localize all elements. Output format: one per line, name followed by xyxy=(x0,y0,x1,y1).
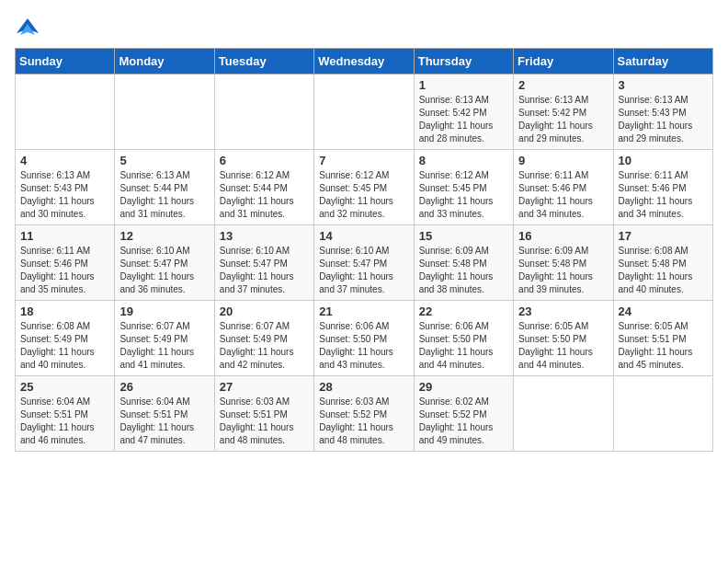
day-detail: Sunrise: 6:03 AM Sunset: 5:51 PM Dayligh… xyxy=(220,396,309,447)
calendar-cell: 2Sunrise: 6:13 AM Sunset: 5:42 PM Daylig… xyxy=(514,75,613,150)
day-detail: Sunrise: 6:02 AM Sunset: 5:52 PM Dayligh… xyxy=(419,396,508,447)
day-detail: Sunrise: 6:11 AM Sunset: 5:46 PM Dayligh… xyxy=(619,169,708,221)
calendar-cell xyxy=(514,376,613,452)
day-detail: Sunrise: 6:12 AM Sunset: 5:45 PM Dayligh… xyxy=(419,169,508,221)
calendar-cell: 7Sunrise: 6:12 AM Sunset: 5:45 PM Daylig… xyxy=(314,150,414,225)
day-detail: Sunrise: 6:12 AM Sunset: 5:45 PM Dayligh… xyxy=(319,169,408,221)
calendar-cell: 6Sunrise: 6:12 AM Sunset: 5:44 PM Daylig… xyxy=(214,150,313,225)
calendar: SundayMondayTuesdayWednesdayThursdayFrid… xyxy=(15,48,713,452)
day-detail: Sunrise: 6:10 AM Sunset: 5:47 PM Dayligh… xyxy=(220,245,309,296)
calendar-cell: 11Sunrise: 6:11 AM Sunset: 5:46 PM Dayli… xyxy=(16,225,115,301)
day-number: 10 xyxy=(619,154,708,167)
calendar-week-row: 1Sunrise: 6:13 AM Sunset: 5:42 PM Daylig… xyxy=(16,75,713,150)
calendar-week-row: 18Sunrise: 6:08 AM Sunset: 5:49 PM Dayli… xyxy=(16,301,713,376)
day-detail: Sunrise: 6:05 AM Sunset: 5:50 PM Dayligh… xyxy=(518,320,608,372)
calendar-cell xyxy=(314,75,414,150)
calendar-cell: 24Sunrise: 6:05 AM Sunset: 5:51 PM Dayli… xyxy=(613,301,712,376)
calendar-cell: 4Sunrise: 6:13 AM Sunset: 5:43 PM Daylig… xyxy=(16,150,115,225)
calendar-cell: 12Sunrise: 6:10 AM Sunset: 5:47 PM Dayli… xyxy=(115,225,214,301)
day-number: 12 xyxy=(119,229,209,243)
calendar-cell: 16Sunrise: 6:09 AM Sunset: 5:48 PM Dayli… xyxy=(514,225,613,301)
calendar-cell xyxy=(115,75,214,150)
day-detail: Sunrise: 6:08 AM Sunset: 5:49 PM Dayligh… xyxy=(20,320,109,372)
day-detail: Sunrise: 6:13 AM Sunset: 5:43 PM Dayligh… xyxy=(20,169,109,221)
day-number: 1 xyxy=(419,78,508,92)
day-detail: Sunrise: 6:04 AM Sunset: 5:51 PM Dayligh… xyxy=(119,396,209,447)
day-number: 17 xyxy=(619,229,708,243)
logo xyxy=(15,15,44,40)
day-number: 11 xyxy=(20,229,109,243)
weekday-header: Tuesday xyxy=(214,49,313,75)
day-detail: Sunrise: 6:06 AM Sunset: 5:50 PM Dayligh… xyxy=(319,320,408,372)
day-detail: Sunrise: 6:11 AM Sunset: 5:46 PM Dayligh… xyxy=(20,245,109,296)
page-header xyxy=(15,15,713,40)
day-detail: Sunrise: 6:13 AM Sunset: 5:42 PM Dayligh… xyxy=(518,94,608,145)
calendar-cell: 9Sunrise: 6:11 AM Sunset: 5:46 PM Daylig… xyxy=(514,150,613,225)
calendar-cell: 1Sunrise: 6:13 AM Sunset: 5:42 PM Daylig… xyxy=(414,75,513,150)
calendar-cell xyxy=(613,376,712,452)
calendar-cell: 14Sunrise: 6:10 AM Sunset: 5:47 PM Dayli… xyxy=(314,225,414,301)
day-number: 14 xyxy=(319,229,408,243)
day-detail: Sunrise: 6:10 AM Sunset: 5:47 PM Dayligh… xyxy=(319,245,408,296)
weekday-header: Friday xyxy=(514,49,613,75)
day-number: 13 xyxy=(220,229,309,243)
day-detail: Sunrise: 6:12 AM Sunset: 5:44 PM Dayligh… xyxy=(220,169,309,221)
weekday-header: Sunday xyxy=(16,49,115,75)
day-detail: Sunrise: 6:11 AM Sunset: 5:46 PM Dayligh… xyxy=(518,169,608,221)
calendar-cell: 15Sunrise: 6:09 AM Sunset: 5:48 PM Dayli… xyxy=(414,225,513,301)
day-number: 7 xyxy=(319,154,408,167)
day-number: 3 xyxy=(619,78,708,92)
day-number: 16 xyxy=(518,229,608,243)
day-detail: Sunrise: 6:09 AM Sunset: 5:48 PM Dayligh… xyxy=(518,245,608,296)
calendar-cell: 17Sunrise: 6:08 AM Sunset: 5:48 PM Dayli… xyxy=(613,225,712,301)
day-number: 9 xyxy=(518,154,608,167)
day-number: 21 xyxy=(319,304,408,318)
day-number: 19 xyxy=(119,304,209,318)
day-detail: Sunrise: 6:08 AM Sunset: 5:48 PM Dayligh… xyxy=(619,245,708,296)
day-detail: Sunrise: 6:05 AM Sunset: 5:51 PM Dayligh… xyxy=(619,320,708,372)
day-detail: Sunrise: 6:10 AM Sunset: 5:47 PM Dayligh… xyxy=(119,245,209,296)
calendar-cell: 8Sunrise: 6:12 AM Sunset: 5:45 PM Daylig… xyxy=(414,150,513,225)
day-detail: Sunrise: 6:07 AM Sunset: 5:49 PM Dayligh… xyxy=(119,320,209,372)
weekday-header: Monday xyxy=(115,49,214,75)
day-detail: Sunrise: 6:09 AM Sunset: 5:48 PM Dayligh… xyxy=(419,245,508,296)
weekday-header: Wednesday xyxy=(314,49,414,75)
day-number: 2 xyxy=(518,78,608,92)
day-detail: Sunrise: 6:13 AM Sunset: 5:43 PM Dayligh… xyxy=(619,94,708,145)
day-number: 15 xyxy=(419,229,508,243)
logo-icon xyxy=(15,15,40,40)
day-detail: Sunrise: 6:06 AM Sunset: 5:50 PM Dayligh… xyxy=(419,320,508,372)
day-number: 6 xyxy=(220,154,309,167)
day-detail: Sunrise: 6:03 AM Sunset: 5:52 PM Dayligh… xyxy=(319,396,408,447)
day-detail: Sunrise: 6:13 AM Sunset: 5:42 PM Dayligh… xyxy=(419,94,508,145)
day-number: 5 xyxy=(119,154,209,167)
day-number: 27 xyxy=(220,380,309,394)
day-number: 23 xyxy=(518,304,608,318)
calendar-cell: 20Sunrise: 6:07 AM Sunset: 5:49 PM Dayli… xyxy=(214,301,313,376)
calendar-cell: 27Sunrise: 6:03 AM Sunset: 5:51 PM Dayli… xyxy=(214,376,313,452)
day-detail: Sunrise: 6:13 AM Sunset: 5:44 PM Dayligh… xyxy=(119,169,209,221)
calendar-cell: 5Sunrise: 6:13 AM Sunset: 5:44 PM Daylig… xyxy=(115,150,214,225)
calendar-cell: 21Sunrise: 6:06 AM Sunset: 5:50 PM Dayli… xyxy=(314,301,414,376)
day-number: 26 xyxy=(119,380,209,394)
day-number: 20 xyxy=(220,304,309,318)
weekday-header: Thursday xyxy=(414,49,513,75)
calendar-cell: 3Sunrise: 6:13 AM Sunset: 5:43 PM Daylig… xyxy=(613,75,712,150)
calendar-week-row: 4Sunrise: 6:13 AM Sunset: 5:43 PM Daylig… xyxy=(16,150,713,225)
day-number: 25 xyxy=(20,380,109,394)
calendar-header-row: SundayMondayTuesdayWednesdayThursdayFrid… xyxy=(16,49,713,75)
calendar-cell: 22Sunrise: 6:06 AM Sunset: 5:50 PM Dayli… xyxy=(414,301,513,376)
calendar-cell: 26Sunrise: 6:04 AM Sunset: 5:51 PM Dayli… xyxy=(115,376,214,452)
calendar-cell: 18Sunrise: 6:08 AM Sunset: 5:49 PM Dayli… xyxy=(16,301,115,376)
day-number: 29 xyxy=(419,380,508,394)
day-number: 28 xyxy=(319,380,408,394)
day-number: 22 xyxy=(419,304,508,318)
day-number: 8 xyxy=(419,154,508,167)
calendar-week-row: 11Sunrise: 6:11 AM Sunset: 5:46 PM Dayli… xyxy=(16,225,713,301)
calendar-cell: 23Sunrise: 6:05 AM Sunset: 5:50 PM Dayli… xyxy=(514,301,613,376)
day-detail: Sunrise: 6:04 AM Sunset: 5:51 PM Dayligh… xyxy=(20,396,109,447)
calendar-cell: 28Sunrise: 6:03 AM Sunset: 5:52 PM Dayli… xyxy=(314,376,414,452)
calendar-week-row: 25Sunrise: 6:04 AM Sunset: 5:51 PM Dayli… xyxy=(16,376,713,452)
calendar-cell: 29Sunrise: 6:02 AM Sunset: 5:52 PM Dayli… xyxy=(414,376,513,452)
calendar-cell: 10Sunrise: 6:11 AM Sunset: 5:46 PM Dayli… xyxy=(613,150,712,225)
